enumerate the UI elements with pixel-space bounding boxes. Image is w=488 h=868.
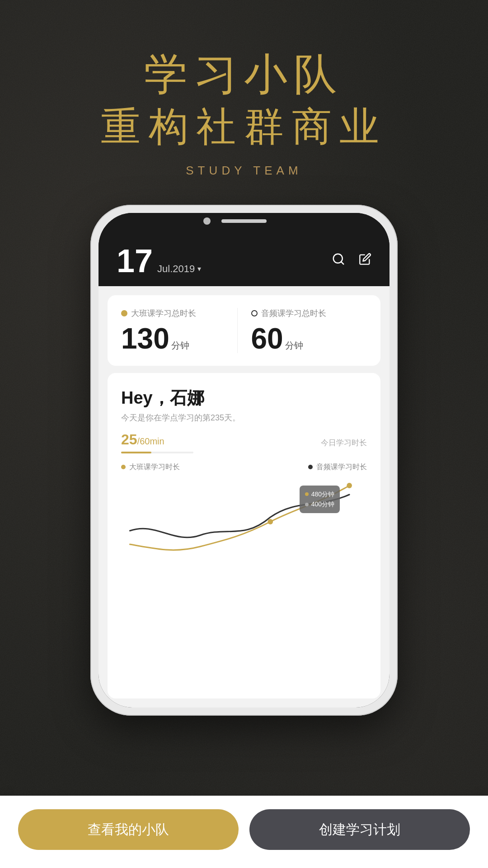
chart-dot-dark [308,465,313,469]
tooltip-dot-yellow [305,492,309,496]
tooltip-line1: 480分钟 [305,489,334,499]
progress-hint: 今日学习时长 [321,438,367,448]
svg-line-1 [341,262,343,264]
tooltip-dot-gray [305,503,309,506]
app-header: 17 Jul.2019 ▾ [99,213,389,286]
greeting-name: Hey，石娜 [121,387,367,410]
search-icon[interactable] [332,252,345,269]
stat-label-row-audio: 音频课学习总时长 [251,308,367,319]
stat-label-class: 大班课学习总时长 [131,308,196,319]
chart-label-audio: 音频课学习时长 [308,462,367,472]
title-line2: 重构社群商业 [101,103,387,151]
app-content: 大班课学习总时长 130 分钟 音频课学习总时长 [99,286,389,708]
phone-outer-shell: 17 Jul.2019 ▾ [90,205,398,716]
stat-value-audio: 60 分钟 [251,324,367,353]
phone-camera [203,217,211,225]
view-team-button[interactable]: 查看我的小队 [18,809,239,850]
header-icons [332,252,371,269]
chart-labels: 大班课学习时长 音频课学习时长 [121,462,367,472]
progress-bar-fill [121,452,151,453]
chart-label-class: 大班课学习时长 [121,462,180,472]
app-screen: 17 Jul.2019 ▾ [99,213,389,708]
progress-bar-container [121,452,193,453]
title-line1: 学习小队 [101,50,387,99]
stat-number-audio: 60 [251,324,283,353]
stat-number-class: 130 [121,324,169,353]
progress-max: /60min [137,436,164,446]
edit-icon[interactable] [359,253,371,269]
phone-mockup: 17 Jul.2019 ▾ [90,205,398,716]
greeting-sub: 今天是你在学点学习的第235天。 [121,412,367,423]
phone-inner: 17 Jul.2019 ▾ [99,213,389,708]
svg-point-2 [267,519,273,524]
create-plan-button[interactable]: 创建学习计划 [249,809,470,850]
stat-label-audio: 音频课学习总时长 [261,308,326,319]
chart-area: 480分钟 400分钟 [121,476,367,685]
stat-value-class: 130 分钟 [121,324,237,353]
chart-tooltip: 480分钟 400分钟 [300,486,340,513]
progress-value-group: 25/60min [121,431,164,448]
chart-dot-yellow [121,465,126,469]
stat-dot-yellow [121,310,127,316]
progress-current: 25 [121,431,137,448]
svg-point-3 [347,483,352,488]
bottom-bar: 查看我的小队 创建学习计划 [0,796,488,868]
stat-label-row-class: 大班课学习总时长 [121,308,237,319]
header-date: 17 Jul.2019 ▾ [117,245,201,277]
stat-unit-class: 分钟 [171,340,189,352]
stat-item-class: 大班课学习总时长 130 分钟 [121,308,237,353]
greeting-card: Hey，石娜 今天是你在学点学习的第235天。 25/60min 今日学习时长 [108,373,380,698]
stat-unit-audio: 分钟 [285,340,303,352]
progress-section: 25/60min 今日学习时长 [121,431,367,448]
stat-dot-dark [251,310,258,316]
subtitle-label: STUDY TEAM [101,164,387,178]
hero-section: 学习小队 重构社群商业 STUDY TEAM [101,50,387,178]
phone-speaker [221,219,267,223]
stats-card: 大班课学习总时长 130 分钟 音频课学习总时长 [108,295,380,366]
dropdown-arrow-icon: ▾ [197,264,201,273]
tooltip-line2: 400分钟 [305,499,334,509]
stat-item-audio: 音频课学习总时长 60 分钟 [237,308,367,353]
header-day: 17 [117,245,153,277]
header-month-year: Jul.2019 ▾ [157,263,201,275]
